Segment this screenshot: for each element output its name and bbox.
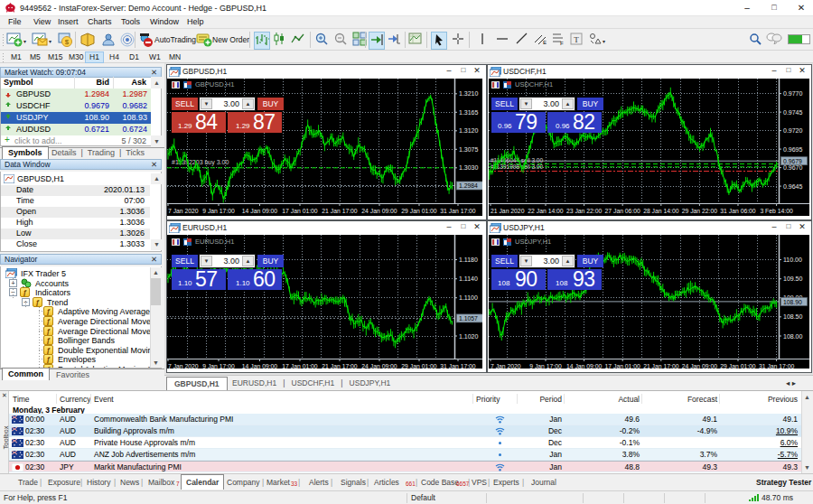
svg-text:24 Jan 09:00: 24 Jan 09:00 <box>361 208 397 214</box>
svg-text:108.50: 108.50 <box>783 313 803 320</box>
svg-text:0.9745: 0.9745 <box>783 109 803 116</box>
svg-text:108.00: 108.00 <box>783 333 803 340</box>
svg-text:29 Jan 01:00: 29 Jan 01:00 <box>401 363 437 369</box>
svg-text:21 Jan 2020: 21 Jan 2020 <box>491 208 525 214</box>
svg-text:110.00: 110.00 <box>783 257 802 263</box>
svg-text:1.1140: 1.1140 <box>459 275 478 282</box>
svg-text:9 Jan 17:00: 9 Jan 17:00 <box>202 208 235 214</box>
svg-text:7 Jan 2020: 7 Jan 2020 <box>168 363 199 369</box>
svg-text:21 Jan 17:00: 21 Jan 17:00 <box>322 363 358 369</box>
svg-text:1.1180: 1.1180 <box>459 257 478 263</box>
svg-text:24 Jan 09:00: 24 Jan 09:00 <box>682 363 718 369</box>
svg-text:1.3165: 1.3165 <box>459 109 479 116</box>
svg-text:0.9645: 0.9645 <box>783 183 803 190</box>
svg-text:E: E <box>543 40 547 45</box>
svg-text:27 Jan 06:00: 27 Jan 06:00 <box>605 208 641 214</box>
svg-text:109.50: 109.50 <box>783 275 803 282</box>
svg-text:F: F <box>560 41 564 46</box>
svg-text:7 Jan 2020: 7 Jan 2020 <box>491 363 521 369</box>
svg-text:14 Jan 09:00: 14 Jan 09:00 <box>566 363 603 369</box>
svg-text:14 Jan 09:00: 14 Jan 09:00 <box>242 208 278 214</box>
svg-text:0.9770: 0.9770 <box>783 90 803 97</box>
svg-text:1.3120: 1.3120 <box>459 127 479 134</box>
svg-text:3 Feb 14:00: 3 Feb 14:00 <box>760 208 792 214</box>
svg-text:0.9670: 0.9670 <box>783 164 803 171</box>
svg-text:$: $ <box>65 38 70 46</box>
svg-text:9 Jan 17:00: 9 Jan 17:00 <box>529 363 562 369</box>
svg-text:17 Jan 01:00: 17 Jan 01:00 <box>282 363 318 369</box>
svg-text:1.3210: 1.3210 <box>459 90 479 97</box>
svg-text:21 Jan 17:00: 21 Jan 17:00 <box>322 208 358 214</box>
svg-text:1.1020: 1.1020 <box>459 333 479 340</box>
svg-text:1.3030: 1.3030 <box>459 164 479 171</box>
svg-text:24 Jan 09:00: 24 Jan 09:00 <box>361 363 397 369</box>
svg-text:#11391998 sell 3.00: #11391998 sell 3.00 <box>491 163 543 170</box>
svg-text:0.9720: 0.9720 <box>783 127 803 134</box>
svg-text:31 Jan 06:00: 31 Jan 06:00 <box>720 208 756 214</box>
svg-text:1.1100: 1.1100 <box>459 294 478 301</box>
svg-text:29 Jan 22:00: 29 Jan 22:00 <box>682 208 718 214</box>
svg-text:1.1057: 1.1057 <box>459 315 478 322</box>
svg-text:0.9695: 0.9695 <box>783 146 803 153</box>
svg-text:17 Jan 01:00: 17 Jan 01:00 <box>605 363 641 369</box>
svg-text:31 Jan 17:00: 31 Jan 17:00 <box>759 363 795 369</box>
svg-text:31 Jan 17:00: 31 Jan 17:00 <box>440 363 476 369</box>
svg-text:23 Jan 22:00: 23 Jan 22:00 <box>566 208 603 214</box>
svg-text:29 Jan 01:00: 29 Jan 01:00 <box>720 363 756 369</box>
svg-text:14 Jan 09:00: 14 Jan 09:00 <box>242 363 278 369</box>
svg-text:9 Jan 17:00: 9 Jan 17:00 <box>202 363 235 369</box>
svg-text:28 Jan 14:00: 28 Jan 14:00 <box>643 208 679 214</box>
svg-text:7 Jan 2020: 7 Jan 2020 <box>168 208 199 214</box>
svg-text:1.3075: 1.3075 <box>459 146 479 153</box>
svg-text:T: T <box>574 35 579 44</box>
svg-text:22 Jan 14:00: 22 Jan 14:00 <box>528 208 564 214</box>
svg-text:17 Jan 01:00: 17 Jan 01:00 <box>282 208 318 214</box>
svg-text:1.2984: 1.2984 <box>459 182 478 189</box>
svg-text:21 Jan 17:00: 21 Jan 17:00 <box>643 363 679 369</box>
svg-text:29 Jan 01:00: 29 Jan 01:00 <box>401 208 437 214</box>
svg-text:0.9679: 0.9679 <box>783 158 802 164</box>
svg-text:108.90: 108.90 <box>783 299 802 305</box>
svg-text:31 Jan 17:00: 31 Jan 17:00 <box>440 208 476 214</box>
